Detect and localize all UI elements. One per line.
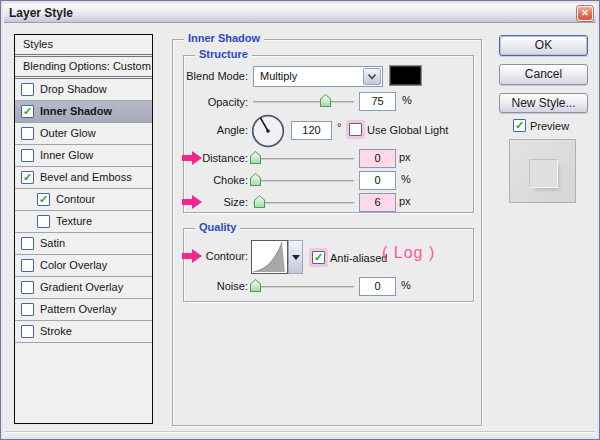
blend-mode-label: Blend Mode: xyxy=(182,70,248,82)
noise-unit: % xyxy=(401,279,411,291)
sidebar-item-color-overlay[interactable]: Color Overlay xyxy=(15,255,152,277)
use-global-light-checkbox[interactable] xyxy=(349,123,362,136)
use-global-light-label: Use Global Light xyxy=(367,124,448,136)
distance-slider[interactable] xyxy=(253,158,354,160)
chevron-down-icon[interactable] xyxy=(363,68,381,85)
contour-dropdown-button[interactable] xyxy=(288,240,303,274)
noise-label: Noise: xyxy=(182,280,248,292)
preview-label: Preview xyxy=(530,120,569,132)
window-title: Layer Style xyxy=(4,6,73,20)
opacity-unit: % xyxy=(402,94,412,106)
style-checkbox[interactable] xyxy=(21,83,34,96)
sidebar-item-outer-glow[interactable]: Outer Glow xyxy=(15,123,152,145)
cancel-button[interactable]: Cancel xyxy=(499,64,588,85)
styles-list: Styles Blending Options: Custom Drop Sha… xyxy=(14,34,153,424)
style-checkbox[interactable] xyxy=(21,281,34,294)
style-checkbox[interactable] xyxy=(37,215,50,228)
sidebar-item-bevel-and-emboss[interactable]: ✓ Bevel and Emboss xyxy=(15,167,152,189)
preview-toggle[interactable]: ✓ Preview xyxy=(513,119,569,132)
close-icon[interactable]: ✕ xyxy=(577,6,593,21)
structure-group-title: Structure xyxy=(195,48,252,60)
opacity-slider[interactable] xyxy=(253,101,354,103)
style-checkbox-checked[interactable]: ✓ xyxy=(37,193,50,206)
annotation-log-text: ( Log ) xyxy=(382,244,435,262)
sidebar-item-drop-shadow[interactable]: Drop Shadow xyxy=(15,79,152,101)
sidebar-item-inner-glow[interactable]: Inner Glow xyxy=(15,145,152,167)
size-unit: px xyxy=(399,195,411,207)
new-style-button[interactable]: New Style... xyxy=(499,93,588,113)
angle-field[interactable]: 120 xyxy=(291,121,332,140)
style-checkbox-checked[interactable]: ✓ xyxy=(21,105,34,118)
angle-unit: ° xyxy=(337,121,341,133)
ok-button[interactable]: OK xyxy=(499,35,588,56)
anti-aliased-checkbox[interactable]: ✓ xyxy=(312,251,325,264)
size-label: Size: xyxy=(182,196,248,208)
distance-unit: px xyxy=(399,151,411,163)
sidebar-item-blending-options[interactable]: Blending Options: Custom xyxy=(15,57,152,79)
shadow-color-swatch[interactable] xyxy=(389,65,422,86)
style-checkbox[interactable] xyxy=(21,237,34,250)
contour-picker[interactable] xyxy=(251,240,288,274)
distance-label: Distance: xyxy=(182,152,248,164)
title-bar[interactable]: Layer Style ✕ xyxy=(4,4,596,23)
sidebar-item-inner-shadow[interactable]: ✓ Inner Shadow xyxy=(15,101,152,123)
style-checkbox[interactable] xyxy=(21,149,34,162)
style-checkbox[interactable] xyxy=(21,325,34,338)
distance-field[interactable]: 0 xyxy=(359,149,396,168)
contour-label: Contour: xyxy=(182,250,248,262)
style-checkbox-checked[interactable]: ✓ xyxy=(21,171,34,184)
noise-field[interactable]: 0 xyxy=(359,277,396,296)
sidebar-item-stroke[interactable]: Stroke xyxy=(15,321,152,343)
opacity-label: Opacity: xyxy=(182,96,248,108)
anti-aliased-label: Anti-aliased xyxy=(330,252,387,264)
choke-label: Choke: xyxy=(182,174,248,186)
size-slider[interactable] xyxy=(253,202,354,204)
panel-title: Inner Shadow xyxy=(184,32,264,44)
sidebar-item-texture[interactable]: Texture xyxy=(15,211,152,233)
style-checkbox[interactable] xyxy=(21,259,34,272)
opacity-field[interactable]: 75 xyxy=(359,92,396,111)
choke-slider[interactable] xyxy=(253,180,354,182)
choke-field[interactable]: 0 xyxy=(359,171,396,190)
sidebar-item-contour[interactable]: ✓ Contour xyxy=(15,189,152,211)
window-bottom-edge xyxy=(5,431,595,433)
style-checkbox[interactable] xyxy=(21,303,34,316)
angle-label: Angle: xyxy=(182,124,248,136)
layer-style-dialog: Layer Style ✕ Styles Blending Options: C… xyxy=(0,0,600,440)
preview-checkbox[interactable]: ✓ xyxy=(513,119,526,132)
sidebar-item-gradient-overlay[interactable]: Gradient Overlay xyxy=(15,277,152,299)
dropdown-arrow-icon xyxy=(292,255,300,260)
sidebar-item-satin[interactable]: Satin xyxy=(15,233,152,255)
sidebar-item-pattern-overlay[interactable]: Pattern Overlay xyxy=(15,299,152,321)
angle-dial[interactable] xyxy=(251,114,285,152)
quality-group-title: Quality xyxy=(195,221,240,233)
style-checkbox[interactable] xyxy=(21,127,34,140)
choke-unit: % xyxy=(401,173,411,185)
noise-slider[interactable] xyxy=(253,286,354,288)
style-preview-inner-square xyxy=(529,159,558,188)
size-field[interactable]: 6 xyxy=(359,193,396,212)
style-preview-thumbnail xyxy=(509,139,576,203)
styles-header[interactable]: Styles xyxy=(15,35,152,57)
blend-mode-select[interactable]: Multiply xyxy=(253,66,383,87)
